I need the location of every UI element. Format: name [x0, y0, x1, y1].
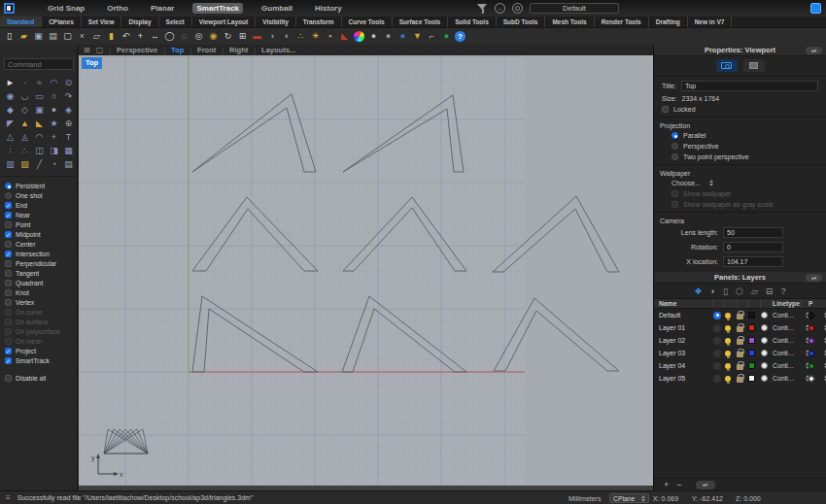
tab-cplanes[interactable]: CPlanes: [42, 17, 82, 27]
command-input[interactable]: [4, 58, 74, 70]
sidebar-tool-icon-7[interactable]: ▭: [32, 89, 47, 103]
checkbox-icon[interactable]: [5, 375, 12, 382]
menu-item-smarttrack[interactable]: SmartTrack: [192, 3, 243, 14]
viewport-title-field[interactable]: [681, 81, 818, 91]
layer-row-default[interactable]: DefaultConti...: [654, 309, 826, 321]
column-linetype[interactable]: Linetype: [773, 299, 802, 308]
tab-subd-tools[interactable]: SubD Tools: [497, 17, 546, 27]
layer-row-layer-04[interactable]: Layer 04Conti...: [654, 359, 826, 372]
material-icon[interactable]: [761, 362, 768, 369]
osnap-item-tangent[interactable]: Tangent: [5, 268, 77, 278]
current-layer-icon[interactable]: [713, 362, 721, 370]
osnap-item-near[interactable]: ✓Near: [5, 210, 77, 219]
projection-option-parallel[interactable]: Parallel: [654, 130, 826, 141]
sidebar-tool-icon-12[interactable]: ▣: [32, 103, 47, 117]
sidebar-tool-icon-16[interactable]: ▲: [17, 117, 32, 130]
lock-icon[interactable]: [737, 326, 743, 332]
tab-solid-tools[interactable]: Solid Tools: [448, 17, 497, 27]
delete-icon[interactable]: ▬: [251, 30, 263, 43]
layers-icon[interactable]: ❖: [695, 286, 703, 296]
linetype-value[interactable]: Conti...: [773, 350, 802, 356]
viewport-tab-front[interactable]: Front: [197, 46, 216, 54]
render-sphere-icon[interactable]: ●: [367, 30, 380, 43]
shade-sphere-icon[interactable]: ●: [382, 30, 395, 43]
sidebar-tool-icon-9[interactable]: ↷: [61, 89, 76, 103]
layers-gear-icon[interactable]: ●▾: [806, 274, 822, 282]
checkbox-icon[interactable]: [5, 280, 12, 286]
window-mode-icon[interactable]: [810, 3, 821, 14]
sidebar-tool-icon-10[interactable]: ◆: [3, 103, 17, 117]
camera-properties-button[interactable]: [716, 59, 738, 72]
osnap-item-midpoint[interactable]: ✓Midpoint: [5, 229, 77, 239]
visibility-bulb-icon[interactable]: [725, 313, 731, 319]
radio-icon[interactable]: [671, 143, 678, 150]
app-window-icon[interactable]: [4, 3, 15, 14]
zoom-extents-icon[interactable]: ◎: [192, 30, 205, 43]
osnap-item-perpendicular[interactable]: Perpendicular: [5, 258, 77, 268]
osnap-item-smarttrack[interactable]: ✓SmartTrack: [5, 355, 77, 365]
sidebar-tool-icon-31[interactable]: ▧: [17, 157, 32, 171]
sidebar-tool-icon-17[interactable]: ◣: [32, 117, 47, 130]
print-icon[interactable]: ▤: [47, 30, 59, 43]
viewport-canvas[interactable]: yx Top: [79, 55, 653, 486]
tab-viewport-layout[interactable]: Viewport Layout: [192, 17, 256, 27]
hide-icon[interactable]: ◑: [265, 30, 278, 43]
selection-filter-icon[interactable]: [477, 4, 488, 14]
sheet-icon[interactable]: ▱: [751, 286, 758, 296]
rotate-view-icon[interactable]: ↻: [222, 30, 234, 43]
filter-icon[interactable]: ▼: [411, 30, 424, 43]
add-layer-button[interactable]: +: [664, 481, 669, 489]
visibility-bulb-icon[interactable]: [725, 351, 731, 356]
zoom-icon[interactable]: ◯: [163, 30, 176, 43]
sidebar-tool-icon-27[interactable]: ◫: [32, 144, 47, 157]
checkbox-icon[interactable]: [5, 260, 12, 267]
paste-icon[interactable]: ▮: [105, 30, 118, 43]
layer-row-layer-02[interactable]: Layer 02Conti...: [654, 334, 826, 347]
back-nav-icon[interactable]: ↔: [495, 3, 505, 14]
sidebar-tool-icon-3[interactable]: ◠: [47, 76, 61, 89]
page-properties-icon[interactable]: ▢: [61, 30, 74, 43]
lock-icon[interactable]: [737, 377, 743, 383]
tab-curve-tools[interactable]: Curve Tools: [342, 17, 393, 27]
linetype-value[interactable]: Conti...: [773, 324, 802, 331]
lock-icon[interactable]: [737, 314, 743, 319]
linetype-value[interactable]: Conti...: [773, 337, 802, 344]
osnap-item-knot[interactable]: Knot: [5, 287, 77, 297]
select-icon[interactable]: ◖: [280, 30, 293, 43]
osnap-item-project[interactable]: ✓Project: [5, 346, 77, 355]
layers-settings-button[interactable]: ●▾: [696, 481, 715, 489]
sidebar-tool-icon-26[interactable]: ∴: [17, 144, 32, 157]
sidebar-tool-icon-19[interactable]: ⊕: [61, 117, 76, 130]
radio-icon[interactable]: [5, 183, 12, 189]
viewport-tab-perspective[interactable]: Perspective: [117, 46, 157, 54]
viewport-layout-icon[interactable]: ⊞: [236, 30, 249, 43]
sidebar-tool-icon-4[interactable]: ⊙: [61, 76, 76, 89]
zoom-selected-icon[interactable]: ◉: [207, 30, 220, 43]
lock-icon[interactable]: [737, 339, 743, 345]
sidebar-tool-icon-6[interactable]: ◡: [17, 89, 32, 103]
checkbox-icon[interactable]: ✓: [5, 357, 12, 364]
layer-color-swatch[interactable]: [748, 350, 755, 356]
help-icon[interactable]: ?: [455, 31, 465, 42]
current-layer-icon[interactable]: [713, 375, 721, 383]
sidebar-tool-icon-8[interactable]: ○: [47, 89, 61, 103]
current-layer-icon[interactable]: [713, 324, 721, 332]
sidebar-tool-icon-33[interactable]: ◔: [47, 157, 61, 171]
sidebar-tool-icon-1[interactable]: ∙: [17, 76, 32, 89]
radio-icon[interactable]: [5, 192, 12, 199]
spray-icon[interactable]: ∴: [294, 30, 307, 43]
menu-item-ortho[interactable]: Ortho: [103, 3, 132, 14]
lock-icon[interactable]: [737, 364, 743, 370]
sidebar-tool-icon-15[interactable]: ◤: [3, 117, 17, 130]
sidebar-tool-icon-13[interactable]: ●: [47, 103, 61, 117]
current-layer-icon[interactable]: [713, 312, 721, 319]
checkbox-icon[interactable]: ✓: [5, 202, 12, 209]
layer-color-swatch[interactable]: [748, 375, 755, 382]
camera-field-input[interactable]: [723, 256, 783, 267]
checkbox-icon[interactable]: [5, 270, 12, 277]
remove-layer-button[interactable]: −: [676, 481, 681, 489]
stepper-icon[interactable]: [709, 180, 713, 186]
linetype-value[interactable]: Conti...: [773, 375, 802, 382]
viewport-tab-top[interactable]: Top: [171, 46, 184, 54]
move-icon[interactable]: ↔: [149, 30, 161, 43]
